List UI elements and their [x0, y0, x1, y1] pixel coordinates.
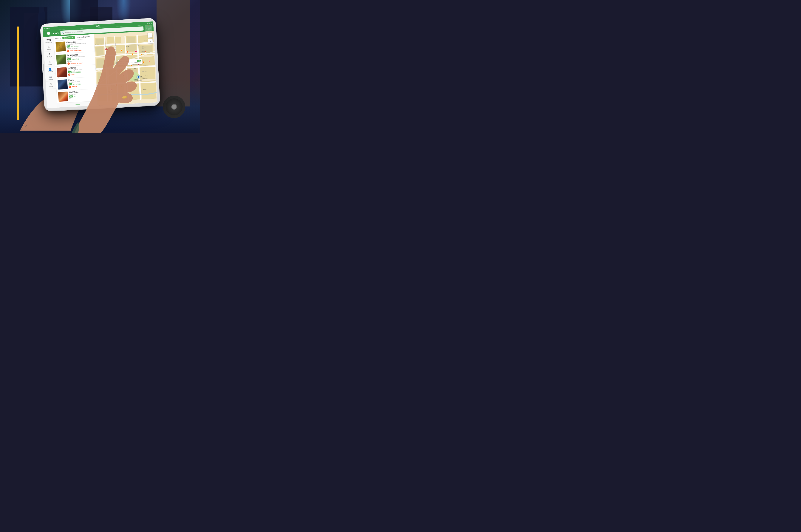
search-icon: 🔍 — [62, 32, 64, 34]
svg-point-58 — [135, 51, 137, 53]
around-me-button[interactable]: 📍 Around me — [145, 25, 152, 32]
pierre-photo — [58, 79, 68, 90]
radius-label: Radius — [49, 86, 53, 88]
svg-point-66 — [149, 60, 150, 62]
restaurant-image-dorcia — [57, 67, 67, 77]
mori-photo — [58, 92, 69, 102]
tooltip-see-button[interactable]: See — [137, 60, 141, 62]
map-area[interactable]: Parc Rue Richer Rue de Provence Grands B… — [94, 31, 157, 106]
versace-discount-text: -20% sur la carte t — [70, 62, 83, 64]
compass-icon: ⬆ — [149, 34, 151, 37]
svg-text:Le Terroir: Le Terroir — [130, 41, 134, 42]
logo-icon: 🍴 — [47, 32, 50, 35]
svg-text:Synd Nal: Synd Nal — [142, 45, 145, 47]
clementine-rating: 9.0 — [66, 45, 70, 48]
svg-point-67 — [117, 72, 119, 74]
clementine-photo: 🥘 — [56, 41, 66, 52]
restaurant-info-dorcia: Le Dorcia 24, rue Feydeau 75002 9.0 1209… — [68, 66, 94, 77]
services-label: Services — [48, 71, 53, 73]
svg-point-69 — [111, 80, 112, 82]
sidebar-item-services[interactable]: 👤 Services — [45, 66, 56, 74]
svg-text:Mc: Mc — [152, 63, 153, 64]
svg-point-54 — [120, 50, 122, 51]
restaurant-item-dorcia[interactable]: Le Dorcia 24, rue Feydeau 75002 9.0 1209… — [55, 64, 96, 79]
app-logo: 🍴 thefork — [47, 31, 59, 35]
fork-icon: 🍴 — [47, 32, 50, 35]
filter-dropdown[interactable]: Relevance ▼ — [62, 36, 75, 39]
restaurant-info-versace: Le Versance 16, rue Feydeau 75002 Paris … — [67, 53, 94, 64]
dropdown-arrow-icon: ▼ — [72, 37, 73, 38]
restaurant-count-label: restaurants — [44, 41, 53, 43]
svg-text:Bio Bon: Bio Bon — [130, 88, 133, 89]
restaurant-panel: Filter by Relevance ▼ Rue de Provence — [54, 34, 98, 108]
ipad-label: iPad ◁ — [44, 27, 50, 30]
clementine-reviews: 342 reviews — [71, 45, 78, 47]
svg-text:Parc: Parc — [132, 76, 134, 77]
restaurant-image-versace — [56, 54, 66, 64]
filter-by-label: Filter by — [55, 37, 61, 39]
location-icon: 📍 — [147, 25, 149, 27]
scooter-hub — [171, 104, 177, 110]
filter-value: Relevance — [63, 37, 72, 39]
svg-point-71 — [121, 86, 122, 87]
svg-text:l'Espoir: l'Espoir — [137, 45, 140, 46]
ipad-camera — [97, 22, 98, 23]
svg-point-70 — [115, 84, 117, 86]
pierre-reviews: 370 reviews — [73, 83, 80, 85]
mori-reviews: 24... — [74, 95, 76, 97]
back-button[interactable]: ‹ — [44, 32, 45, 35]
restaurant-item-versace[interactable]: Le Versance 16, rue Feydeau 75002 Paris … — [55, 52, 95, 67]
svg-text:Saember: Saember — [143, 89, 147, 90]
sidebar-item-cuisine[interactable]: 🍴 Cuisine — [44, 59, 55, 67]
clementine-discount-text: -30% sur la carte — [70, 49, 82, 51]
restaurant-info-mori: Mori Ven... 27, rue V... 9.0 24... M... — [69, 90, 96, 101]
svg-text:La Tute: La Tute — [114, 54, 117, 56]
radius-icon: ⊙ — [50, 82, 52, 86]
budget-label: Budget — [47, 56, 52, 58]
app-name: thefork — [51, 31, 59, 35]
yellow-pole — [17, 26, 19, 119]
expand-button[interactable]: ⤡ — [148, 39, 153, 44]
compass-button[interactable]: ⬆ — [147, 33, 152, 38]
svg-point-68 — [122, 74, 125, 76]
restaurant-image-pierre — [58, 79, 68, 90]
svg-text:Furnaz: Furnaz — [126, 46, 129, 47]
offers-label: Offers — [47, 49, 51, 50]
svg-point-72 — [110, 89, 112, 91]
svg-point-65 — [142, 61, 145, 63]
scooter-wheel — [163, 96, 185, 118]
svg-rect-5 — [96, 47, 103, 56]
search-placeholder: Address, city, restaurant... — [65, 31, 84, 34]
svg-text:Paname: Paname — [109, 92, 113, 93]
dorcia-discount-icon: % — [68, 73, 71, 76]
svg-point-57 — [125, 57, 126, 59]
status-time: 11:07 — [96, 25, 100, 27]
restaurant-item-mori[interactable]: Mori Ven... 27, rue V... 9.0 24... M... — [57, 89, 97, 103]
sidebar-item-budget[interactable]: € Budget — [44, 51, 55, 59]
svg-point-59 — [140, 54, 142, 55]
versace-reviews: 169 reviews — [72, 58, 79, 60]
svg-point-56 — [132, 53, 134, 55]
cuisine-icon: 🍴 — [48, 60, 51, 63]
around-me-label-2: me — [148, 29, 150, 31]
tablet-frame: iPad ◁ 11:07 ▲ 52 % ‹ 🍴 thefork 🔍 Addres… — [40, 18, 160, 112]
sidebar-item-offers[interactable]: 🏷 Offers — [44, 44, 54, 52]
svg-rect-2 — [96, 38, 104, 44]
svg-text:Elgi: Elgi — [134, 68, 136, 69]
svg-point-63 — [131, 64, 132, 66]
dorcia-photo — [57, 67, 67, 77]
status-icons: ▲ 52 % — [147, 22, 152, 24]
versace-discount-icon: % — [68, 62, 70, 65]
restaurant-item-pierre[interactable]: Pierre 10, rue de la Bour... 8.6 370 rev… — [56, 77, 97, 91]
dorcia-rating: 9.0 — [68, 71, 72, 73]
pierre-discount-icon: % — [69, 86, 71, 88]
tablet-side-button — [43, 64, 44, 71]
restaurant-item-clementine[interactable]: 🥘 Clémentine 5, Rue Saint-Marc 75002 Par… — [54, 39, 95, 54]
versace-photo — [56, 54, 66, 64]
expand-icon: ⤡ — [149, 40, 151, 43]
sidebar-item-radius[interactable]: ⊙ Radius — [45, 81, 56, 89]
sidebar-item-guides[interactable]: 📖 Guides — [45, 74, 56, 82]
restaurant-info-pierre: Pierre 10, rue de la Bour... 8.6 370 rev… — [69, 78, 95, 89]
discount-icon: % — [67, 50, 69, 52]
pierre-discount-text: -40% su — [72, 86, 77, 88]
